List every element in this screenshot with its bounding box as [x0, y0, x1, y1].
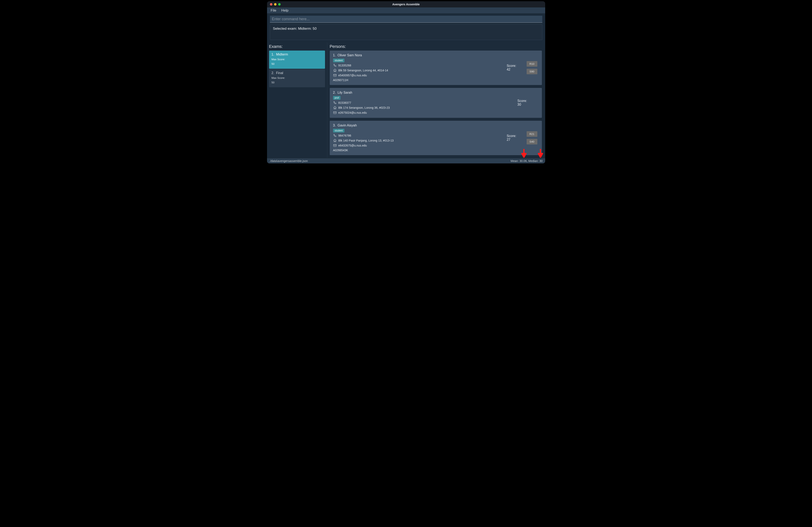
person-card[interactable]: 3. Gavin Aisyah student 98476786 Blk 140…: [330, 121, 542, 155]
person-address: Blk 59 Serangoon, Lorong 44, #014-14: [338, 69, 388, 72]
person-index: 2.: [333, 91, 336, 94]
app-window: Avengers Assemble File Help Selected exa…: [267, 1, 545, 163]
person-email: e6432675@u.nus.edu: [338, 144, 367, 147]
svg-rect-1: [333, 112, 336, 114]
phone-icon: [333, 134, 337, 137]
group-tag: R21: [527, 131, 537, 137]
person-phone: 98476786: [338, 134, 351, 137]
email-icon: [333, 111, 337, 115]
person-name-text: Lily Sarah: [337, 91, 352, 94]
group-tag: S40: [527, 139, 537, 144]
status-text: Selected exam: Midterm: 50: [273, 27, 317, 31]
person-address: Blk 140 Pasir Panjang, Lorong 13, #013-1…: [338, 139, 394, 142]
content-area: Exams: 1. Midterm Max Score: 50 2. Final…: [267, 43, 545, 158]
arrow-down-icon: [537, 149, 543, 159]
exam-name: Midterm: [276, 53, 288, 56]
phone-icon: [333, 63, 337, 67]
person-email: e2675024@u.nus.edu: [338, 111, 367, 114]
email-icon: [333, 73, 337, 77]
titlebar: Avengers Assemble: [267, 1, 545, 8]
exams-sidebar: Exams: 1. Midterm Max Score: 50 2. Final…: [267, 43, 327, 158]
arrow-down-icon: [521, 149, 527, 159]
person-name-text: Gavin Aisyah: [337, 123, 357, 127]
exam-maxscore-value: 50: [272, 80, 322, 85]
exam-maxscore-label: Max Score:: [272, 57, 322, 62]
exams-header: Exams:: [269, 44, 325, 49]
person-address: Blk 174 Serangoon, Lorong 36, #023-23: [338, 106, 390, 109]
email-icon: [333, 144, 337, 147]
home-icon: [333, 139, 337, 142]
score-value: 30: [517, 103, 527, 106]
phone-icon: [333, 101, 337, 105]
person-index: 1.: [333, 54, 336, 57]
person-index: 3.: [333, 123, 336, 127]
person-phone: 81538377: [338, 101, 351, 104]
role-tag: student: [333, 59, 344, 62]
role-tag: student: [333, 129, 344, 132]
svg-rect-2: [333, 144, 336, 147]
menu-file[interactable]: File: [268, 8, 279, 13]
command-wrap: [267, 14, 545, 24]
command-input[interactable]: [270, 16, 542, 23]
footer-path: ./data\avengersassemble.json: [270, 159, 308, 163]
home-icon: [333, 106, 337, 109]
persons-list[interactable]: 1. Oliver Sam Nora student 91335268 Blk …: [330, 50, 543, 155]
status-bar: ./data\avengersassemble.json Mean: 30.06…: [267, 158, 545, 163]
exam-index: 2.: [272, 71, 274, 75]
home-icon: [333, 69, 337, 72]
score-value: 27: [507, 138, 516, 142]
person-matric: A0266543K: [333, 149, 504, 152]
person-phone: 91335268: [338, 64, 351, 67]
person-card[interactable]: 1. Oliver Sam Nora student 91335268 Blk …: [330, 50, 542, 85]
exam-name: Final: [276, 71, 283, 75]
exam-maxscore-label: Max Score:: [272, 76, 322, 80]
exam-maxscore-value: 50: [272, 62, 322, 66]
person-card[interactable]: 2. Lily Sarah prof 81538377 Blk 174 Sera…: [330, 88, 542, 118]
exam-item-final[interactable]: 2. Final Max Score: 50: [269, 69, 325, 87]
score-label: Score:: [507, 134, 516, 138]
score-label: Score:: [507, 64, 516, 68]
person-name-text: Oliver Sam Nora: [337, 54, 362, 57]
score-value: 42: [507, 68, 516, 71]
persons-panel: Persons: 1. Oliver Sam Nora student 9133…: [327, 43, 545, 158]
menu-help[interactable]: Help: [279, 8, 291, 13]
callout-arrows: [521, 149, 543, 159]
score-label: Score:: [517, 99, 527, 103]
group-tag: S90: [527, 69, 537, 74]
menubar: File Help: [267, 8, 545, 14]
exam-index: 1.: [272, 53, 274, 56]
group-tag: R10: [527, 61, 537, 67]
svg-rect-0: [333, 74, 336, 76]
person-email: e5400957@u.nus.edu: [338, 74, 367, 77]
window-title: Avengers Assemble: [267, 3, 545, 6]
persons-header: Persons:: [330, 44, 543, 49]
person-matric: A0260711H: [333, 78, 504, 82]
status-panel: Selected exam: Midterm: 50: [270, 24, 542, 40]
exam-item-midterm[interactable]: 1. Midterm Max Score: 50: [269, 50, 325, 69]
footer-stats: Mean: 30.06, Median: 30: [511, 159, 543, 163]
role-tag: prof: [333, 96, 341, 100]
